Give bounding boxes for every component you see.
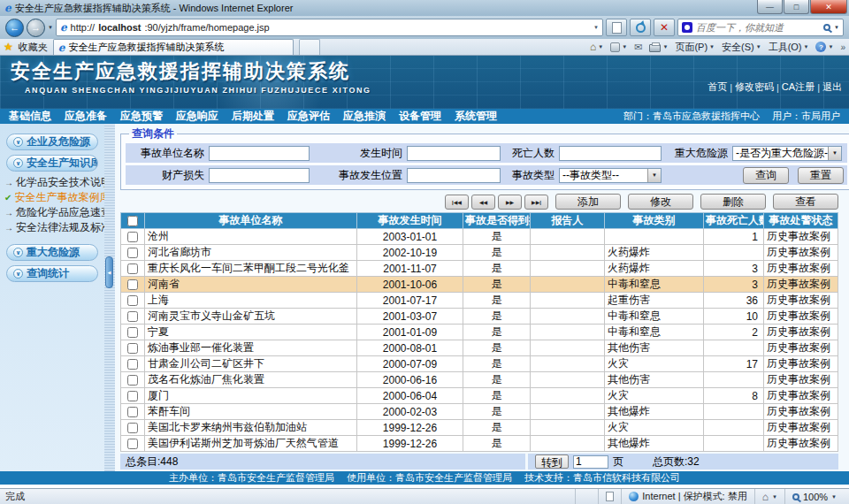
table-row[interactable]: 沧州2003-01-01是1历史事故案例: [121, 229, 838, 245]
first-page-button[interactable]: |◀◀: [445, 195, 469, 210]
location-input[interactable]: [407, 168, 501, 183]
row-checkbox[interactable]: [127, 407, 138, 417]
delete-button[interactable]: 删除: [700, 194, 766, 210]
nav-item[interactable]: 应急预警: [120, 109, 163, 124]
address-dropdown-icon[interactable]: ▼: [593, 25, 599, 30]
row-checkbox[interactable]: [127, 391, 138, 401]
nav-item[interactable]: 应急准备: [65, 109, 107, 124]
row-checkbox[interactable]: [127, 279, 138, 290]
nav-item[interactable]: 系统管理: [455, 109, 497, 124]
row-checkbox[interactable]: [127, 439, 138, 449]
search-dropdown-icon[interactable]: ▼: [834, 25, 839, 30]
last-page-button[interactable]: ▶▶|: [524, 195, 548, 210]
print-button[interactable]: ▼: [649, 42, 668, 52]
help-menu[interactable]: ?▼: [815, 42, 833, 52]
sidebar-group-button[interactable]: ∨查询统计: [6, 265, 98, 282]
nav-item[interactable]: 应急评估: [287, 109, 330, 124]
row-checkbox[interactable]: [127, 232, 138, 242]
filter-pane[interactable]: ⌂ ▼: [754, 489, 784, 504]
home-button[interactable]: ⌂▼: [590, 41, 603, 53]
refresh-button[interactable]: [630, 19, 651, 36]
row-checkbox[interactable]: [127, 311, 138, 322]
row-checkbox[interactable]: [127, 375, 138, 386]
sidebar-item[interactable]: ✔安全生产事故案例库: [4, 190, 104, 205]
goto-page-button[interactable]: 转到: [535, 454, 569, 469]
table-row[interactable]: 茂名石化炼油厂焦化装置2000-06-16是其他伤害历史事故案例: [121, 372, 838, 388]
nav-item[interactable]: 应急响应: [176, 109, 218, 124]
search-input[interactable]: [696, 22, 820, 33]
header-link[interactable]: 首页: [708, 80, 727, 94]
sidebar-group-button[interactable]: ∨安全生产知识库: [6, 155, 98, 172]
nav-item[interactable]: 应急推演: [343, 109, 386, 124]
sidebar-item[interactable]: →化学品安全技术说明书: [4, 175, 104, 190]
reset-button[interactable]: 重置: [798, 167, 844, 184]
nav-item[interactable]: 基础信息: [9, 109, 51, 124]
search-button[interactable]: 查询: [743, 167, 789, 184]
row-checkbox[interactable]: [127, 248, 138, 258]
forward-button[interactable]: →: [27, 19, 45, 37]
security-menu[interactable]: 安全(S)▼: [722, 41, 761, 54]
accident-type-select[interactable]: --事故类型--▼: [559, 168, 662, 183]
table-row[interactable]: 重庆长风化一车间二苯甲酮工段二号光化釜2001-11-07是火药爆炸3历史事故案…: [121, 261, 838, 277]
table-row[interactable]: 河北省廊坊市2002-10-19是火药爆炸历史事故案例: [121, 245, 838, 261]
page-menu[interactable]: 页面(P)▼: [675, 41, 715, 54]
table-row[interactable]: 甘肃金川公司二矿区井下2000-07-09是火灾17历史事故案例: [121, 356, 838, 372]
maximize-button[interactable]: □: [784, 0, 809, 14]
favorites-star-icon[interactable]: ★: [4, 41, 13, 53]
major-hazard-select[interactable]: -是否为重大危险源-▼: [732, 146, 842, 161]
occur-time-input[interactable]: [407, 146, 501, 161]
back-button[interactable]: ←: [5, 19, 24, 37]
unit-name-input[interactable]: [209, 146, 310, 161]
sidebar-item[interactable]: →危险化学品应急速查手...: [4, 205, 104, 220]
row-checkbox[interactable]: [127, 343, 138, 354]
table-row[interactable]: 宁夏2001-01-09是中毒和窒息2历史事故案例: [121, 325, 838, 340]
zoom-pane[interactable]: 100% ▼: [784, 489, 844, 504]
row-checkbox[interactable]: [127, 359, 138, 370]
nav-item[interactable]: 后期处置: [232, 109, 274, 124]
select-all-checkbox[interactable]: [127, 216, 138, 226]
deaths-input[interactable]: [559, 146, 662, 161]
page-number-input[interactable]: [573, 455, 608, 469]
overflow-chevron-icon[interactable]: »: [840, 42, 845, 52]
table-row[interactable]: 河南灵宝市义寺山金矿五坑2001-03-07是中毒和窒息10历史事故案例: [121, 309, 838, 325]
table-row[interactable]: 美国北卡罗来纳州韦兹伯勒加油站1999-12-26是火灾历史事故案例: [121, 420, 838, 436]
row-checkbox[interactable]: [127, 327, 138, 338]
row-checkbox[interactable]: [127, 295, 138, 306]
close-button[interactable]: ✕: [810, 0, 847, 14]
table-row[interactable]: 河南省2001-10-06是中毒和窒息3历史事故案例: [121, 277, 838, 293]
row-checkbox[interactable]: [127, 423, 138, 433]
search-icon[interactable]: [823, 24, 830, 31]
nav-item[interactable]: 设备管理: [399, 109, 441, 124]
table-row[interactable]: 炼油事业部一催化装置2000-08-01是其他伤害历史事故案例: [121, 340, 838, 356]
browser-tab[interactable]: e 安全生产应急救援指挥辅助决策系统: [53, 39, 294, 55]
view-button[interactable]: 查看: [773, 194, 838, 210]
new-tab-stub[interactable]: [299, 39, 320, 55]
next-page-button[interactable]: ▶▶: [498, 195, 522, 210]
compatibility-view-button[interactable]: [606, 19, 627, 36]
modify-button[interactable]: 修改: [628, 194, 693, 210]
minimize-button[interactable]: —: [757, 0, 783, 14]
prev-page-button[interactable]: ◀◀: [471, 195, 495, 210]
address-bar[interactable]: e http://localhost:90/yjzh/frame/homepag…: [56, 19, 603, 36]
table-row[interactable]: 美国伊利诺斯州芝加哥炼油厂天然气管道1999-12-26是其他爆炸历史事故案例: [121, 436, 838, 452]
favorites-label[interactable]: 收藏夹: [19, 41, 48, 54]
table-row[interactable]: 厦门2000-06-04是火灾8历史事故案例: [121, 388, 838, 404]
sidebar-group-button[interactable]: ∨重大危险源: [6, 244, 98, 261]
header-link[interactable]: 退出: [822, 80, 842, 94]
feeds-button[interactable]: ▼: [610, 42, 627, 52]
row-checkbox[interactable]: [127, 263, 138, 274]
mail-button[interactable]: ✉: [634, 42, 642, 53]
stop-button[interactable]: ✕: [654, 19, 675, 36]
history-dropdown-icon[interactable]: ▼: [48, 25, 53, 30]
header-link[interactable]: 修改密码: [735, 80, 774, 94]
tools-menu[interactable]: 工具(O)▼: [769, 41, 809, 54]
sidebar-group-button[interactable]: ∨企业及危险源: [6, 134, 98, 150]
table-row[interactable]: 上海2001-07-17是起重伤害36历史事故案例: [121, 293, 838, 309]
header-link[interactable]: CA注册: [782, 80, 815, 94]
field-label: 事故发生位置: [315, 165, 407, 185]
sidebar-collapse-handle[interactable]: ◀: [105, 256, 113, 288]
add-button[interactable]: 添加: [555, 194, 621, 210]
property-loss-input[interactable]: [209, 168, 310, 183]
sidebar-item[interactable]: →安全法律法规及标准库: [4, 220, 104, 235]
table-row[interactable]: 苯酐车间2000-02-03是其他爆炸历史事故案例: [121, 404, 838, 420]
